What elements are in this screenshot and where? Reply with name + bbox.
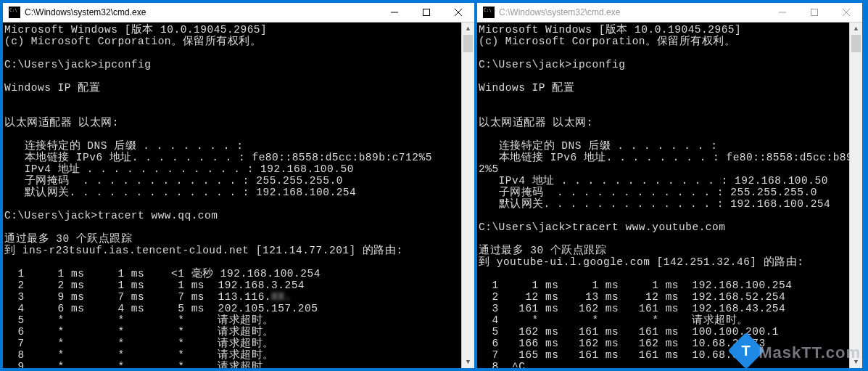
window-title: C:\Windows\system32\cmd.exe	[25, 7, 379, 17]
cmd-icon	[9, 7, 20, 18]
maximize-button[interactable]	[410, 3, 442, 22]
scroll-up-icon[interactable]: ▲	[850, 23, 862, 35]
cmd-icon	[483, 7, 495, 18]
watermark-text: MaskTT.com	[759, 343, 861, 362]
titlebar-left[interactable]: C:\Windows\system32\cmd.exe	[3, 3, 474, 23]
terminal-output-left[interactable]: Microsoft Windows [版本 10.0.19045.2965] (…	[3, 23, 474, 368]
svg-rect-5	[811, 9, 818, 16]
svg-rect-1	[423, 9, 430, 16]
titlebar-right[interactable]: C:\Windows\system32\cmd.exe	[477, 3, 862, 23]
scroll-up-icon[interactable]: ▲	[462, 23, 474, 35]
scroll-thumb[interactable]	[851, 35, 861, 52]
close-button[interactable]	[442, 3, 474, 22]
cmd-window-left: C:\Windows\system32\cmd.exe Microsoft Wi…	[3, 3, 474, 368]
cmd-window-right: C:\Windows\system32\cmd.exe Microsoft Wi…	[477, 3, 862, 368]
maximize-button[interactable]	[798, 3, 830, 22]
scroll-thumb[interactable]	[463, 35, 473, 52]
window-title: C:\Windows\system32\cmd.exe	[499, 7, 766, 17]
terminal-output-right[interactable]: Microsoft Windows [版本 10.0.19045.2965] (…	[477, 23, 862, 368]
scrollbar-right[interactable]: ▲ ▼	[849, 23, 862, 368]
minimize-button[interactable]	[766, 3, 798, 22]
close-button[interactable]	[830, 3, 862, 22]
minimize-button[interactable]	[379, 3, 410, 22]
scrollbar-left[interactable]: ▲ ▼	[461, 23, 474, 368]
scroll-down-icon[interactable]: ▼	[462, 356, 474, 368]
